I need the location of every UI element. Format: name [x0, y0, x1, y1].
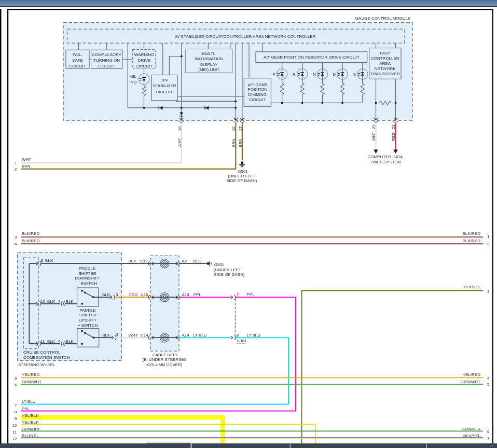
svg-text:YEL/BLK: YEL/BLK — [22, 420, 39, 425]
svg-text:1: 1 — [15, 161, 17, 165]
svg-text:GAUGE CONTROL MODULE: GAUGE CONTROL MODULE — [355, 16, 410, 21]
svg-text:TRANSCEIVER: TRANSCEIVER — [370, 72, 400, 76]
svg-text:4: 4 — [58, 299, 61, 304]
svg-text:MULTI-: MULTI- — [202, 51, 216, 56]
svg-text:BLK: BLK — [45, 258, 53, 263]
svg-text:BLK/RED: BLK/RED — [22, 231, 39, 236]
svg-text:5: 5 — [15, 376, 17, 381]
svg-text:D: D — [333, 72, 336, 77]
svg-text:11: 11 — [40, 339, 45, 344]
svg-text:SHIFTER: SHIFTER — [78, 271, 96, 276]
svg-text:DOWNSHIFT: DOWNSHIFT — [75, 276, 100, 281]
svg-text:6: 6 — [15, 383, 17, 387]
svg-text:4: 4 — [487, 376, 490, 381]
svg-text:GRN/WHT: GRN/WHT — [461, 380, 480, 384]
svg-text:SIDE OF DASH): SIDE OF DASH) — [226, 178, 257, 183]
svg-text:IND: IND — [130, 80, 137, 85]
svg-text:WHT: WHT — [129, 333, 138, 338]
svg-text:CIRCUIT: CIRCUIT — [156, 90, 173, 94]
svg-text:CIRCUIT: CIRCUIT — [249, 97, 266, 102]
svg-text:5: 5 — [487, 382, 490, 387]
svg-text:10: 10 — [12, 423, 17, 428]
svg-text:A15: A15 — [182, 292, 190, 297]
svg-text:UPSHIFT: UPSHIFT — [79, 318, 96, 323]
svg-text:CIRCUIT: CIRCUIT — [98, 64, 115, 68]
svg-text:GRN/BLK: GRN/BLK — [22, 427, 40, 431]
svg-text:7: 7 — [15, 403, 17, 408]
svg-text:CONTROLLER: CONTROLLER — [371, 56, 399, 61]
svg-text:C301: C301 — [237, 339, 247, 343]
svg-text:3: 3 — [116, 292, 118, 297]
svg-text:2: 2 — [15, 167, 17, 172]
svg-text:(UNDER LEFT: (UNDER LEFT — [228, 174, 255, 178]
svg-text:R: R — [293, 72, 296, 77]
svg-text:3: 3 — [487, 289, 490, 294]
svg-text:9: 9 — [15, 416, 17, 421]
svg-text:BLK/RED: BLK/RED — [463, 239, 480, 243]
svg-text:S: S — [353, 72, 356, 77]
svg-text:POSITION: POSITION — [247, 87, 267, 92]
svg-text:(B: UNDER STEERING: (B: UNDER STEERING — [142, 357, 186, 362]
svg-text:BLK/RED: BLK/RED — [22, 239, 39, 243]
svg-text:DISPLAY: DISPLAY — [200, 62, 218, 67]
svg-text:A/T GEAR: A/T GEAR — [248, 82, 267, 87]
svg-text:7: 7 — [237, 292, 239, 297]
svg-text:GRN/WHT: GRN/WHT — [22, 380, 42, 384]
svg-text:LT BLU: LT BLU — [247, 333, 261, 338]
svg-text:COMPULSORY: COMPULSORY — [92, 52, 121, 57]
svg-text:CIRCUIT: CIRCUIT — [136, 64, 153, 68]
svg-text:(MID) UNIT: (MID) UNIT — [198, 67, 219, 72]
svg-text:8: 8 — [15, 410, 17, 414]
svg-text:3: 3 — [15, 235, 17, 240]
svg-text:YEL/BLK: YEL/BLK — [22, 413, 39, 418]
svg-text:BLK/YEL: BLK/YEL — [464, 285, 481, 289]
svg-text:SIDE OF DASH): SIDE OF DASH) — [214, 272, 245, 277]
svg-text:8: 8 — [237, 333, 239, 338]
svg-text:INFORMATION: INFORMATION — [195, 57, 224, 61]
svg-text:MIL: MIL — [130, 74, 137, 79]
svg-text:BLK/RED: BLK/RED — [463, 231, 480, 236]
svg-text:COMBINATION SWITCH: COMBINATION SWITCH — [23, 355, 70, 360]
svg-text:N: N — [313, 72, 316, 77]
svg-text:STEERING WHEEL: STEERING WHEEL — [18, 362, 56, 367]
svg-text:PADDLE: PADDLE — [79, 266, 95, 271]
svg-text:C14: C14 — [141, 333, 148, 338]
svg-text:CRUISE CONTROL: CRUISE CONTROL — [23, 350, 61, 355]
svg-text:1: 1 — [487, 234, 490, 239]
svg-text:A14: A14 — [182, 333, 190, 338]
svg-text:P: P — [273, 72, 275, 77]
svg-text:COLUMN COVER): COLUMN COVER) — [147, 362, 182, 367]
svg-text:G501: G501 — [214, 262, 225, 267]
svg-text:4: 4 — [15, 242, 17, 246]
svg-text:BLK: BLK — [66, 299, 74, 304]
svg-text:11: 11 — [12, 430, 17, 435]
svg-text:CIRCUIT: CIRCUIT — [69, 64, 86, 68]
svg-text:LT BLU: LT BLU — [193, 333, 207, 338]
svg-text:BRN: BRN — [22, 164, 31, 169]
svg-text:WHT: WHT — [22, 157, 31, 162]
svg-text:3: 3 — [116, 332, 119, 337]
svg-text:SHIFTER: SHIFTER — [79, 313, 96, 317]
svg-text:+ SWITCH: + SWITCH — [78, 323, 98, 328]
svg-text:5V STABILIZER CIRCUIT/CONTROLL: 5V STABILIZER CIRCUIT/CONTROLLER AREA NE… — [175, 34, 316, 39]
svg-text:C15: C15 — [141, 292, 148, 297]
svg-text:PPL: PPL — [22, 407, 30, 411]
svg-text:PPL: PPL — [247, 292, 255, 297]
svg-text:BLK: BLK — [102, 292, 111, 297]
svg-text:- SWITCH: - SWITCH — [78, 281, 97, 286]
svg-text:BLU/YEL: BLU/YEL — [463, 433, 480, 438]
svg-text:LT BLU: LT BLU — [22, 399, 36, 404]
svg-text:(UNDER LEFT: (UNDER LEFT — [214, 268, 241, 272]
svg-text:STABILIZER: STABILIZER — [153, 83, 176, 88]
svg-text:YEL/RED: YEL/RED — [22, 372, 39, 377]
svg-text:10V: 10V — [161, 78, 169, 82]
svg-text:AREA: AREA — [379, 61, 391, 66]
svg-text:BLK: BLK — [47, 299, 56, 304]
svg-text:4: 4 — [58, 339, 61, 344]
svg-text:6: 6 — [487, 429, 490, 434]
svg-text:COMPUTER DATA: COMPUTER DATA — [367, 155, 403, 159]
svg-text:BLK: BLK — [194, 259, 202, 263]
svg-text:CABLE REEL: CABLE REEL — [153, 353, 178, 357]
svg-text:FAST: FAST — [380, 51, 390, 55]
svg-text:8: 8 — [40, 258, 43, 263]
